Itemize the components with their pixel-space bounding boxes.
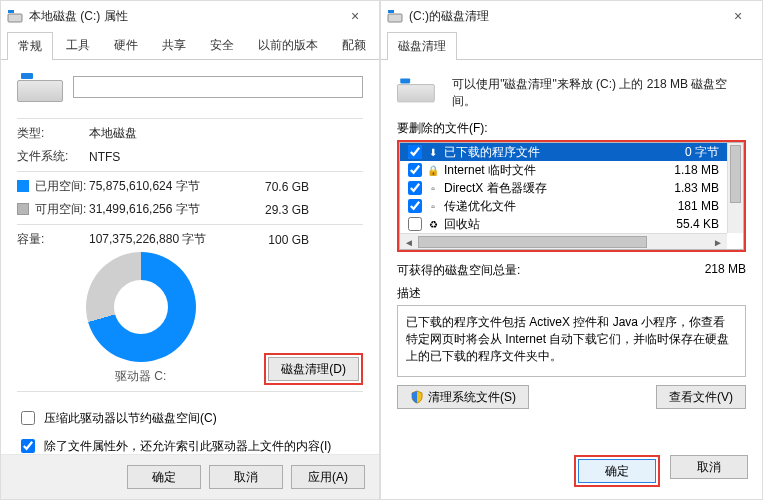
- scrollbar-thumb[interactable]: [730, 145, 741, 203]
- file-list-row[interactable]: ▫DirectX 着色器缓存1.83 MB: [400, 179, 727, 197]
- cleanup-content: 可以使用"磁盘清理"来释放 (C:) 上的 218 MB 磁盘空间。 要删除的文…: [381, 60, 762, 441]
- window-title: (C:)的磁盘清理: [409, 8, 720, 25]
- cap-bytes: 107,375,226,880 字节: [89, 231, 249, 248]
- scrollbar-thumb[interactable]: [418, 236, 647, 248]
- lock-icon: 🔒: [426, 163, 440, 177]
- compress-label: 压缩此驱动器以节约磁盘空间(C): [44, 410, 217, 427]
- shield-icon: [410, 390, 424, 404]
- tab-strip: 常规 工具 硬件 共享 安全 以前的版本 配额: [1, 31, 379, 60]
- title-bar: (C:)的磁盘清理 ×: [381, 1, 762, 31]
- drive-large-icon: [397, 76, 434, 104]
- cancel-button[interactable]: 取消: [209, 465, 283, 489]
- free-label: 可用空间:: [17, 201, 89, 218]
- file-list-row[interactable]: 🔒Internet 临时文件1.18 MB: [400, 161, 727, 179]
- file-row-size: 55.4 KB: [653, 217, 723, 231]
- scroll-left-icon[interactable]: ◄: [402, 236, 416, 248]
- window-title: 本地磁盘 (C:) 属性: [29, 8, 337, 25]
- drive-icon: [387, 8, 403, 24]
- general-tab-content: 类型: 本地磁盘 文件系统: NTFS 已用空间: 75,875,610,624…: [1, 60, 379, 454]
- cleanup-description: 可以使用"磁盘清理"来释放 (C:) 上的 218 MB 磁盘空间。: [452, 76, 746, 110]
- divider: [17, 118, 363, 119]
- file-row-name: 传递优化文件: [444, 198, 653, 215]
- file-list-row[interactable]: ♻回收站55.4 KB: [400, 215, 727, 233]
- disk-cleanup-window: (C:)的磁盘清理 × 磁盘清理 可以使用"磁盘清理"来释放 (C:) 上的 2…: [380, 0, 763, 500]
- tab-security[interactable]: 安全: [199, 31, 245, 59]
- tab-hardware[interactable]: 硬件: [103, 31, 149, 59]
- drive-caption: 驱动器 C:: [86, 368, 196, 385]
- file-row-name: Internet 临时文件: [444, 162, 653, 179]
- file-icon: ▫: [426, 199, 440, 213]
- compress-checkbox-input[interactable]: [21, 411, 35, 425]
- recycle-icon: ♻: [426, 217, 440, 231]
- file-description-text: 已下载的程序文件包括 ActiveX 控件和 Java 小程序，你查看特定网页时…: [397, 305, 746, 377]
- tab-general[interactable]: 常规: [7, 32, 53, 60]
- file-row-checkbox[interactable]: [408, 145, 422, 159]
- file-list-row[interactable]: ⬇已下载的程序文件0 字节: [400, 143, 727, 161]
- free-human: 29.3 GB: [249, 203, 309, 217]
- type-value: 本地磁盘: [89, 125, 249, 142]
- divider: [17, 171, 363, 172]
- tab-sharing[interactable]: 共享: [151, 31, 197, 59]
- vertical-scrollbar[interactable]: [727, 143, 743, 233]
- download-icon: ⬇: [426, 145, 440, 159]
- file-list[interactable]: ⬇已下载的程序文件0 字节🔒Internet 临时文件1.18 MB▫Direc…: [399, 142, 744, 250]
- file-row-size: 1.83 MB: [653, 181, 723, 195]
- used-human: 70.6 GB: [249, 180, 309, 194]
- tab-strip: 磁盘清理: [381, 31, 762, 60]
- free-color-icon: [17, 203, 29, 215]
- properties-window: 本地磁盘 (C:) 属性 × 常规 工具 硬件 共享 安全 以前的版本 配额 类…: [0, 0, 380, 500]
- tab-cleanup[interactable]: 磁盘清理: [387, 32, 457, 60]
- file-list-row[interactable]: ▫传递优化文件181 MB: [400, 197, 727, 215]
- drive-large-icon: [17, 70, 63, 104]
- cancel-button[interactable]: 取消: [670, 455, 748, 479]
- file-row-checkbox[interactable]: [408, 163, 422, 177]
- tab-tools[interactable]: 工具: [55, 31, 101, 59]
- file-row-checkbox[interactable]: [408, 217, 422, 231]
- cap-human: 100 GB: [249, 233, 309, 247]
- svg-rect-3: [388, 10, 394, 13]
- ok-button[interactable]: 确定: [578, 459, 656, 483]
- tab-quota[interactable]: 配额: [331, 31, 377, 59]
- volume-name-input[interactable]: [73, 76, 363, 98]
- fs-value: NTFS: [89, 150, 249, 164]
- index-label: 除了文件属性外，还允许索引此驱动器上文件的内容(I): [44, 438, 331, 455]
- file-row-name: 已下载的程序文件: [444, 144, 653, 161]
- drive-icon: [7, 8, 23, 24]
- divider: [17, 224, 363, 225]
- tab-prev[interactable]: 以前的版本: [247, 31, 329, 59]
- file-row-size: 181 MB: [653, 199, 723, 213]
- gain-label: 可获得的磁盘空间总量:: [397, 262, 520, 279]
- file-row-name: 回收站: [444, 216, 653, 233]
- horizontal-scrollbar[interactable]: ◄ ►: [400, 233, 727, 249]
- used-bytes: 75,875,610,624 字节: [89, 178, 249, 195]
- scroll-right-icon[interactable]: ►: [711, 236, 725, 248]
- disk-cleanup-button[interactable]: 磁盘清理(D): [268, 357, 359, 381]
- index-checkbox[interactable]: 除了文件属性外，还允许索引此驱动器上文件的内容(I): [17, 436, 363, 454]
- free-bytes: 31,499,616,256 字节: [89, 201, 249, 218]
- title-bar: 本地磁盘 (C:) 属性 ×: [1, 1, 379, 31]
- close-icon[interactable]: ×: [337, 8, 373, 24]
- dialog-buttons: 确定 取消 应用(A): [1, 454, 379, 499]
- svg-rect-1: [8, 10, 14, 13]
- dialog-buttons: 确定 取消: [381, 441, 762, 499]
- clean-system-files-button[interactable]: 清理系统文件(S): [397, 385, 529, 409]
- fs-label: 文件系统:: [17, 148, 89, 165]
- ok-button[interactable]: 确定: [127, 465, 201, 489]
- used-color-icon: [17, 180, 29, 192]
- type-label: 类型:: [17, 125, 89, 142]
- compress-checkbox[interactable]: 压缩此驱动器以节约磁盘空间(C): [17, 408, 363, 428]
- file-row-name: DirectX 着色器缓存: [444, 180, 653, 197]
- description-section-label: 描述: [397, 285, 746, 302]
- file-icon: ▫: [426, 181, 440, 195]
- gain-value: 218 MB: [705, 262, 746, 279]
- file-row-checkbox[interactable]: [408, 199, 422, 213]
- used-label: 已用空间:: [17, 178, 89, 195]
- file-list-highlight: ⬇已下载的程序文件0 字节🔒Internet 临时文件1.18 MB▫Direc…: [397, 140, 746, 252]
- apply-button[interactable]: 应用(A): [291, 465, 365, 489]
- file-row-checkbox[interactable]: [408, 181, 422, 195]
- view-files-button[interactable]: 查看文件(V): [656, 385, 746, 409]
- ok-button-highlight: 确定: [574, 455, 660, 487]
- index-checkbox-input[interactable]: [21, 439, 35, 453]
- close-icon[interactable]: ×: [720, 8, 756, 24]
- svg-rect-0: [8, 14, 22, 22]
